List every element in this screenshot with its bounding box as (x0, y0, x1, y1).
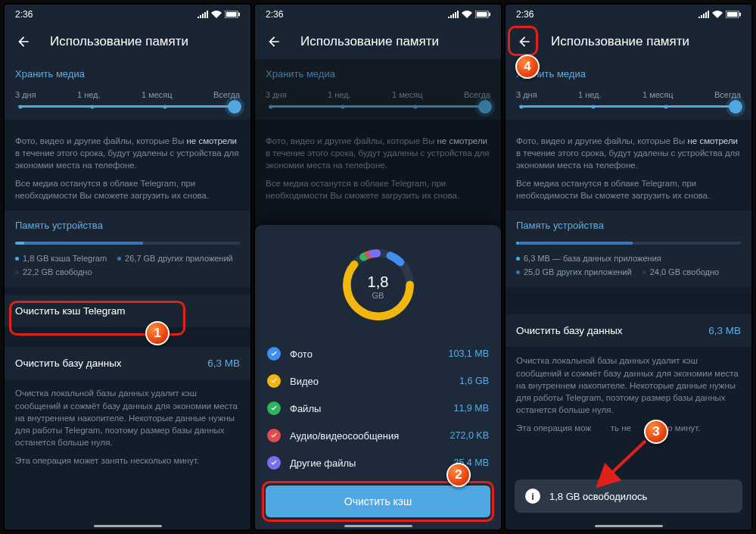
appbar: Использование памяти (506, 24, 751, 59)
keep-media-section: Хранить медиа 3 дня1 нед. 1 месяцВсегда (506, 59, 751, 120)
status-icons (448, 11, 490, 18)
checkbox-icon[interactable] (267, 429, 281, 442)
screen-2: 2:36 Использование памяти Хранить медиа … (254, 3, 502, 531)
keep-media-header: Хранить медиа (15, 68, 240, 80)
slider[interactable] (519, 105, 738, 108)
storage-bar (15, 242, 240, 245)
back-button[interactable] (513, 30, 536, 53)
storage-bar (516, 242, 741, 245)
cat-row-other[interactable]: Другие файлы 35,4 MB (266, 449, 490, 476)
signal-icon (698, 11, 709, 18)
checkbox-icon[interactable] (267, 401, 281, 415)
back-button[interactable] (12, 30, 35, 53)
device-storage-header: Память устройства (15, 220, 240, 231)
slider[interactable] (18, 105, 237, 108)
page-title: Использование памяти (300, 34, 439, 49)
slider-opt: Всегда (213, 90, 240, 99)
statusbar: 2:36 (5, 5, 250, 24)
clear-cache-confirm-button[interactable]: Очистить кэш (266, 486, 490, 517)
home-indicator[interactable] (344, 525, 412, 527)
checkbox-icon[interactable] (267, 456, 281, 470)
wifi-icon (211, 11, 222, 18)
cat-row-audio[interactable]: Аудио/видеосообщения 272,0 KB (266, 422, 490, 449)
svg-rect-2 (238, 13, 240, 17)
signal-icon (448, 11, 459, 18)
status-icons (198, 11, 240, 18)
svg-rect-4 (477, 12, 487, 17)
content: Хранить медиа 3 дня1 нед. 1 месяцВсегда … (506, 59, 751, 529)
keep-media-section: Хранить медиа 3 дня1 нед. 1 месяцВсегда (255, 59, 501, 120)
db-size-value: 6,3 MB (207, 358, 240, 369)
back-arrow-icon (266, 34, 282, 49)
donut-value: 1,8 (368, 273, 389, 291)
appbar: Использование памяти (255, 24, 501, 59)
content: Хранить медиа 3 дня 1 нед. 1 месяц Всегд… (5, 59, 250, 529)
svg-rect-14 (739, 13, 741, 17)
clock: 2:36 (15, 9, 33, 20)
keep-media-desc: Фото, видео и другие файлы, которые Вы н… (5, 127, 250, 211)
battery-icon (225, 11, 240, 18)
screen-3: 2:36 Использование памяти Хранить медиа … (504, 3, 753, 531)
storage-legend: 1,8 GB кэша Telegram 26,7 GB других прил… (15, 254, 240, 276)
clear-db-button[interactable]: Очистить базу данных 6,3 MB (506, 314, 751, 347)
storage-donut: 1,8 GB (266, 236, 490, 340)
cat-row-video[interactable]: Видео 1,6 GB (266, 367, 490, 395)
clear-db-button[interactable]: Очистить базу данных 6,3 MB (5, 347, 250, 379)
page-title: Использование памяти (50, 34, 188, 49)
slider-opt: 1 нед. (77, 90, 101, 99)
status-icons (698, 11, 741, 18)
slider-labels: 3 дня 1 нед. 1 месяц Всегда (15, 90, 240, 99)
svg-rect-1 (226, 12, 237, 17)
donut-unit: GB (368, 291, 389, 300)
clear-cache-modal: 1,8 GB Фото 103,1 MB Видео 1,6 GB Файлы … (255, 225, 501, 529)
statusbar: 2:36 (506, 5, 751, 24)
appbar: Использование памяти (5, 24, 250, 59)
slider-opt: 1 месяц (142, 90, 173, 99)
home-indicator[interactable] (595, 525, 663, 527)
device-storage-section: Память устройства 1,8 GB кэша Telegram 2… (5, 211, 250, 287)
wifi-icon (462, 11, 472, 18)
home-indicator[interactable] (94, 525, 162, 527)
clock: 2:36 (266, 9, 283, 20)
clear-db-label: Очистить базу данных (516, 325, 623, 336)
slider-thumb[interactable] (228, 100, 241, 114)
back-arrow-icon (16, 34, 31, 49)
clear-db-desc: Очистка локальной базы данных удалит кэш… (5, 379, 250, 476)
clear-db-label: Очистить базу данных (15, 358, 122, 369)
keep-media-section: Хранить медиа 3 дня 1 нед. 1 месяц Всегд… (5, 59, 250, 120)
device-storage-section: Память устройства 6,3 MB — база данных п… (506, 211, 751, 287)
svg-rect-5 (489, 13, 490, 17)
clear-cache-label: Очистить кэш Telegram (15, 305, 126, 317)
toast-freed: i 1,8 GB освободилось (515, 479, 742, 513)
clear-db-desc: Очистка локальной базы данных удалит кэш… (506, 347, 751, 443)
category-list: Фото 103,1 MB Видео 1,6 GB Файлы 11,9 MB… (266, 340, 490, 476)
svg-rect-13 (727, 12, 738, 17)
cat-row-files[interactable]: Файлы 11,9 MB (266, 395, 490, 422)
battery-icon (726, 11, 741, 18)
back-button[interactable] (263, 30, 285, 53)
clock: 2:36 (516, 9, 534, 20)
screen-1: 2:36 Использование памяти Хранить медиа … (3, 3, 252, 531)
slider-opt: 3 дня (15, 90, 36, 99)
back-arrow-icon (517, 34, 532, 49)
battery-icon (475, 11, 490, 18)
storage-legend: 6,3 MB — база данных приложения 25,0 GB … (516, 254, 741, 276)
signal-icon (198, 11, 208, 18)
db-size-value: 6,3 MB (708, 325, 741, 336)
checkbox-icon[interactable] (267, 347, 281, 361)
statusbar: 2:36 (255, 5, 501, 24)
toast-text: 1,8 GB освободилось (549, 491, 647, 502)
wifi-icon (712, 11, 723, 18)
checkbox-icon[interactable] (267, 374, 281, 388)
cat-row-photo[interactable]: Фото 103,1 MB (266, 340, 490, 367)
clear-cache-button[interactable]: Очистить кэш Telegram (5, 295, 250, 327)
info-icon: i (525, 489, 540, 504)
page-title: Использование памяти (551, 34, 689, 49)
